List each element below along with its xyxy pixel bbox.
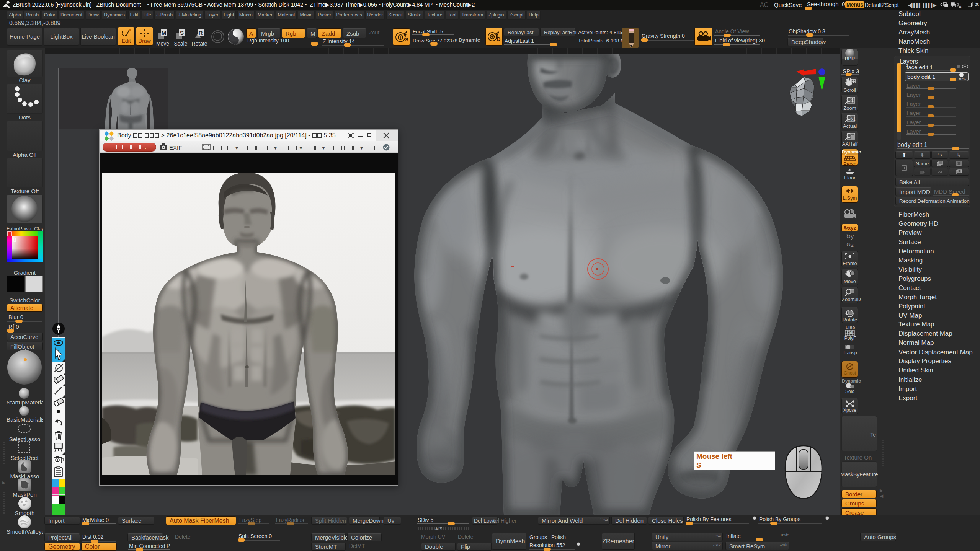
- svg-text:R: R: [199, 29, 203, 36]
- svg-text:x1: x1: [851, 117, 856, 121]
- svg-text:D: D: [497, 36, 500, 42]
- svg-text:S: S: [405, 37, 408, 42]
- svg-text:S: S: [180, 29, 184, 36]
- svg-text:M: M: [162, 29, 167, 36]
